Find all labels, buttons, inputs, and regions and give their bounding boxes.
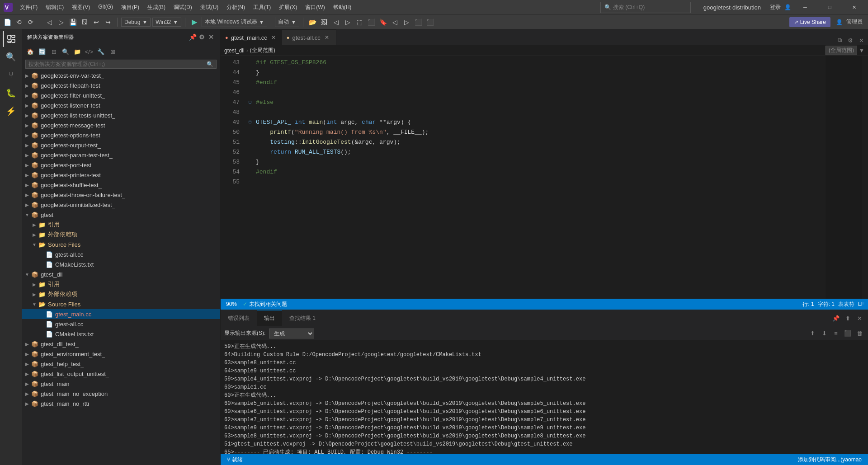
tab-gtest-all[interactable]: ● gtest-all.cc ✕ [282,29,336,45]
save-button[interactable]: 💾 [67,17,78,28]
debug-activity-icon[interactable]: 🐛 [3,85,19,101]
line-label[interactable]: 行: 1 [802,301,814,308]
problems-status[interactable]: ✓ 未找到相关问题 [239,301,291,308]
menu-view[interactable]: 视图(V) [68,2,94,13]
tree-item-gtest-all-cc[interactable]: 📄 gtest-all.cc [22,249,220,259]
search-box[interactable]: 🔍 搜索 (Ctrl+Q) [600,2,691,13]
close-button[interactable]: ✕ [844,0,864,14]
tree-item-gtest-dll-ext[interactable]: ▶ 📁 外部依赖项 [22,289,220,299]
menu-edit[interactable]: 编辑(E) [42,2,67,13]
debug-config-dropdown[interactable]: Debug ▼ [121,18,151,27]
tree-item-env-var-test[interactable]: ▶ 📦 googletest-env-var-test_ [22,70,220,80]
panel-maximize-icon[interactable]: ⬆ [843,313,853,323]
tree-item-uninitialized-test[interactable]: ▶ 📦 googletest-uninitialized-test_ [22,200,220,210]
extensions-icon[interactable]: ⚡ [3,103,19,119]
tree-item-gtest-dll[interactable]: ▼ 📦 gtest_dll [22,269,220,279]
menu-project[interactable]: 项目(P) [118,2,143,13]
run-button[interactable]: ▶ [189,17,200,28]
menu-help[interactable]: 帮助(H) [330,2,355,13]
right-status[interactable]: 添加到代码审阅...(yaomao [795,454,864,465]
panel-pin-icon[interactable]: 📌 [831,313,841,323]
output-action-4[interactable]: ⬛ [843,329,853,338]
breadcrumb-project[interactable]: gtest_dll [224,47,245,54]
code-content[interactable]: #if GTEST_OS_ESP8266 } #endif ⊟ #else [243,56,826,299]
sync-button[interactable]: 🔄 [37,47,47,56]
tree-item-gtest-main-no-rtti[interactable]: ▶ 📦 gtest_main_no_rtti [22,399,220,409]
toolbar-btn-extra8[interactable]: ⬛ [425,17,435,28]
filter-icon[interactable]: ⊠ [108,47,118,56]
tree-item-gtest-main-no-exception[interactable]: ▶ 📦 gtest_main_no_exception [22,389,220,399]
output-action-1[interactable]: ⬆ [807,329,817,338]
tree-item-gtest-dll-source[interactable]: ▼ 📂 Source Files [22,299,220,309]
bookmark-button[interactable]: 🔖 [377,17,388,28]
tree-item-gtest-dll-test[interactable]: ▶ 📦 gtest_dll_test_ [22,339,220,349]
menu-tools[interactable]: 工具(T) [250,2,274,13]
panel-tab-find[interactable]: 查找结果 1 [282,310,323,326]
tree-item-listener-test[interactable]: ▶ 📦 googletest-listener-test [22,100,220,110]
redo-button[interactable]: ↪ [103,17,113,28]
new-file-button[interactable]: 📄 [2,17,13,28]
menu-build[interactable]: 生成(B) [144,2,169,13]
tree-item-list-tests-unittest[interactable]: ▶ 📦 googletest-list-tests-unittest_ [22,110,220,120]
tree-item-port-test[interactable]: ▶ 📦 googletest-port-test [22,160,220,170]
pin-icon[interactable]: 📌 [189,33,197,41]
admin-label[interactable]: 管理员 [846,18,863,26]
platform-dropdown[interactable]: Win32 ▼ [152,18,181,27]
toolbar-btn-extra4[interactable]: ⬛ [366,17,377,28]
col-label[interactable]: 字符: 1 [818,301,835,308]
menu-debug[interactable]: 调试(D) [170,2,196,13]
toolbar-btn-extra7[interactable]: ⬛ [413,17,424,28]
zoom-status[interactable]: 90% [224,301,239,307]
sidebar-search-field[interactable]: 🔍 [25,60,217,69]
output-action-2[interactable]: ⬇ [819,329,829,338]
toolbar-btn-2[interactable]: ⟲ [14,17,24,28]
split-editor-button[interactable]: ⧉ [835,35,844,45]
collapse-button[interactable]: ⊟ [49,47,59,56]
toolbar-btn-extra6[interactable]: ▷ [401,17,412,28]
breadcrumb-scope[interactable]: (全局范围) [250,47,275,54]
menu-analyze[interactable]: 分析(N) [223,2,249,13]
tree-item-output-test[interactable]: ▶ 📦 googletest-output-test_ [22,140,220,150]
collapse-all-button[interactable]: 🏠 [25,47,35,56]
tree-item-filter-unittest[interactable]: ▶ 📦 googletest-filter-unittest_ [22,90,220,100]
sidebar-settings-icon[interactable]: ⚙ [198,33,206,41]
tree-item-param-test[interactable]: ▶ 📦 googletest-param-test-test_ [22,150,220,160]
menu-test[interactable]: 测试(U) [197,2,222,13]
login-label[interactable]: 登录 [770,4,781,11]
tab-close-button[interactable]: ✕ [323,34,330,41]
output-action-3[interactable]: ≡ [831,329,841,338]
git-icon[interactable]: ⑂ [3,67,19,83]
new-folder-button[interactable]: 📁 [72,47,82,56]
git-branch-status[interactable]: ⑂ 就绪 [224,454,245,465]
encoding-label[interactable]: LF [858,301,864,307]
close-panel-button[interactable]: ✕ [856,35,866,45]
maximize-button[interactable]: □ [819,0,840,14]
toolbar-btn-extra3[interactable]: ⬚ [354,17,365,28]
explorer-icon[interactable] [3,31,19,47]
add-filter-button[interactable]: 🔍 [61,47,71,56]
editor-scrollbar[interactable] [862,56,868,299]
tree-item-gtest-help-test[interactable]: ▶ 📦 gtest_help_test_ [22,359,220,369]
output-clear-icon[interactable]: 🗑 [854,329,864,338]
run-mode-dropdown[interactable]: 自动 ▼ [275,17,299,27]
toolbar-btn-img[interactable]: 🖼 [319,17,330,28]
output-source-select[interactable]: 生成 [269,329,314,338]
tree-item-gtest-cmake[interactable]: 📄 CMakeLists.txt [22,259,220,269]
view-code-icon[interactable]: </> [84,47,94,56]
toolbar-btn-extra2[interactable]: ▷ [342,17,353,28]
tab-close-button[interactable]: ✕ [270,34,277,41]
tree-item-gtest-main-proj[interactable]: ▶ 📦 gtest_main [22,379,220,389]
minimize-button[interactable]: ─ [795,0,816,14]
menu-extensions[interactable]: 扩展(X) [275,2,301,13]
tree-item-gtest-dll-cmake[interactable]: 📄 CMakeLists.txt [22,329,220,339]
menu-window[interactable]: 窗口(W) [302,2,328,13]
live-share-button[interactable]: ↗ Live Share [789,17,830,27]
more-actions-button[interactable]: ⚙ [845,35,855,45]
tree-item-printers-test[interactable]: ▶ 📦 googletest-printers-test [22,170,220,180]
tree-item-gtest-ref[interactable]: ▶ 📁 引用 [22,220,220,230]
tree-item-gtest-environment-test[interactable]: ▶ 📦 gtest_environment_test_ [22,349,220,359]
tab-gtest-main[interactable]: ● gtest_main.cc ✕ [221,29,282,45]
settings-icon2[interactable]: 🔧 [96,47,106,56]
save-all-button[interactable]: 🖫 [79,17,90,28]
tree-item-throw-on-failure[interactable]: ▶ 📦 googletest-throw-on-failure-test_ [22,190,220,200]
